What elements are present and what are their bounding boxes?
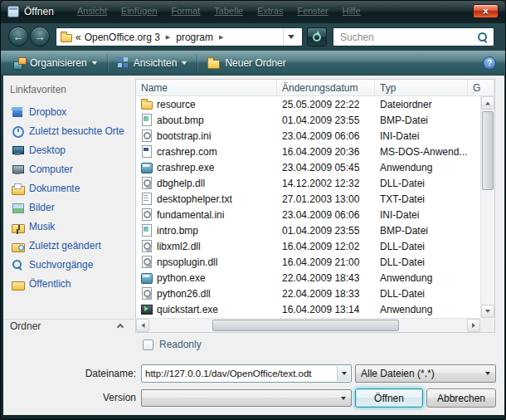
file-row[interactable]: libxml2.dll16.04.2009 12:02DLL-Datei: [136, 238, 480, 254]
close-button[interactable]: ×: [473, 4, 499, 18]
file-row[interactable]: npsoplugin.dll16.04.2009 21:00DLL-Datei: [136, 254, 480, 270]
folders-expander[interactable]: Ordner: [3, 319, 134, 333]
file-name: python.exe: [157, 272, 206, 284]
sidebar-item-searches[interactable]: Suchvorgänge: [3, 255, 134, 274]
filename-combobox[interactable]: http://127.0.0.1/dav/OpenOffice/text.odt: [141, 364, 352, 383]
sidebar-item-recent-changed[interactable]: Zuletzt geändert: [3, 236, 134, 255]
vertical-scroll-thumb[interactable]: [482, 111, 494, 190]
column-header-date[interactable]: Änderungsdatum: [277, 80, 375, 95]
sidebar-item-computer[interactable]: Computer: [3, 159, 134, 178]
com-file-icon: [140, 145, 153, 158]
file-name: npsoplugin.dll: [157, 256, 217, 268]
file-row[interactable]: python.exe22.04.2009 18:43Anwendung: [136, 270, 480, 286]
file-name: dbghelp.dll: [157, 178, 205, 189]
horizontal-scrollbar[interactable]: [136, 318, 480, 332]
recent-places-icon: [11, 125, 24, 138]
sidebar-item-recent-places[interactable]: Zuletzt besuchte Orte: [3, 121, 134, 140]
horizontal-scroll-thumb[interactable]: [212, 320, 399, 331]
views-icon: [118, 57, 129, 68]
dll-file-icon: [140, 256, 153, 268]
chevron-right-icon[interactable]: [217, 34, 226, 41]
filename-value[interactable]: http://127.0.0.1/dav/OpenOffice/text.odt: [145, 365, 335, 382]
file-date: 23.04.2009 06:06: [277, 209, 375, 221]
file-row[interactable]: crashrep.com16.04.2009 20:36MS-DOS-Anwen…: [136, 144, 480, 159]
vertical-scrollbar[interactable]: [480, 96, 494, 318]
dll-file-icon: [140, 287, 153, 300]
new-folder-button[interactable]: Neuer Ordner: [200, 54, 293, 72]
folder-file-icon: [140, 98, 153, 110]
file-row[interactable]: desktophelper.txt27.01.2003 13:00TXT-Dat…: [136, 191, 480, 207]
refresh-button[interactable]: [307, 27, 327, 46]
titlebar[interactable]: Öffnen AnsichtEinfügenFormatTabelleExtra…: [1, 1, 505, 23]
scroll-left-button[interactable]: [136, 319, 149, 332]
bmp-file-icon: [140, 114, 153, 126]
desktop-icon: [11, 144, 24, 157]
filetype-value: Alle Dateien (*.*): [361, 365, 480, 382]
breadcrumb-overflow[interactable]: «: [75, 32, 81, 43]
file-date: 23.04.2009 06:06: [277, 130, 375, 142]
file-type: MS-DOS-Anwend...: [375, 146, 468, 158]
readonly-option[interactable]: Readonly: [143, 339, 202, 350]
file-name: python26.dll: [157, 288, 211, 300]
file-row[interactable]: crashrep.exe23.04.2009 05:45Anwendung: [136, 159, 480, 175]
scroll-down-button[interactable]: [481, 305, 494, 318]
address-bar[interactable]: « OpenOffice.org 3 program: [56, 27, 303, 46]
file-row[interactable]: intro.bmp01.04.2009 23:55BMP-Datei: [136, 222, 480, 238]
open-button[interactable]: Öffnen: [355, 388, 423, 408]
navigation-bar: ← → « OpenOffice.org 3 program: [1, 23, 505, 51]
command-toolbar: Organisieren Ansichten Neuer Ordner ?: [1, 51, 505, 76]
cancel-button[interactable]: Abbrechen: [426, 388, 496, 408]
sidebar-item-label: Zuletzt geändert: [29, 240, 101, 252]
computer-icon: [11, 163, 24, 176]
organize-button[interactable]: Organisieren: [6, 54, 105, 72]
readonly-label: Readonly: [159, 339, 202, 350]
sidebar-item-desktop[interactable]: Desktop: [3, 140, 134, 159]
filename-dropdown-button[interactable]: [337, 366, 350, 381]
file-name: about.bmp: [157, 115, 204, 126]
breadcrumb-item[interactable]: OpenOffice.org 3: [85, 32, 160, 43]
file-row[interactable]: quickstart.exe16.04.2009 13:14Anwendung: [136, 301, 480, 317]
breadcrumb-item[interactable]: program: [176, 32, 213, 43]
help-icon: ?: [487, 59, 492, 68]
filetype-dropdown[interactable]: Alle Dateien (*.*): [355, 364, 496, 383]
searches-icon: [11, 258, 24, 271]
sidebar-item-public[interactable]: Öffentlich: [3, 274, 134, 293]
back-button[interactable]: ←: [8, 27, 28, 46]
dialog-icon: [7, 6, 19, 17]
views-label: Ansichten: [134, 57, 178, 69]
file-type: DLL-Datei: [375, 256, 468, 268]
version-dropdown[interactable]: [141, 389, 352, 407]
search-box[interactable]: [333, 27, 494, 46]
scroll-up-button[interactable]: [481, 96, 494, 110]
sidebar-item-pictures[interactable]: Bilder: [3, 198, 134, 217]
sidebar-item-dropbox[interactable]: Dropbox: [3, 102, 134, 121]
scroll-right-button[interactable]: [467, 319, 480, 332]
column-header-type[interactable]: Typ: [375, 80, 468, 95]
file-type: Anwendung: [375, 162, 468, 173]
file-name: crashrep.com: [157, 146, 217, 158]
file-type: Dateiordner: [375, 99, 468, 110]
file-row[interactable]: bootstrap.ini23.04.2009 06:06INI-Datei: [136, 128, 480, 144]
views-button[interactable]: Ansichten: [110, 54, 195, 72]
file-row[interactable]: fundamental.ini23.04.2009 06:06INI-Datei: [136, 207, 480, 222]
column-header-name[interactable]: Name: [136, 80, 277, 95]
music-icon: [11, 220, 24, 233]
readonly-checkbox[interactable]: [143, 339, 153, 350]
search-input[interactable]: [338, 31, 477, 44]
version-label: Version: [3, 389, 136, 407]
file-row[interactable]: about.bmp01.04.2009 23:55BMP-Datei: [136, 112, 480, 128]
file-row[interactable]: python26.dll22.04.2009 18:33DLL-Datei: [136, 286, 480, 301]
favorites-heading: Linkfavoriten: [10, 84, 66, 95]
file-row[interactable]: resource25.05.2009 22:22Dateiordner: [136, 96, 480, 112]
help-button[interactable]: ?: [483, 56, 496, 70]
documents-icon: [11, 182, 24, 195]
address-dropdown-button[interactable]: [283, 28, 299, 46]
column-header-size[interactable]: G: [468, 80, 494, 95]
sidebar-item-documents[interactable]: Dokumente: [3, 178, 134, 198]
sidebar-item-music[interactable]: Musik: [3, 217, 134, 236]
chevron-right-icon[interactable]: [163, 34, 173, 41]
new-folder-icon: [207, 57, 220, 68]
file-type: BMP-Datei: [375, 225, 468, 237]
file-row[interactable]: dbghelp.dll14.12.2002 12:32DLL-Datei: [136, 175, 480, 191]
forward-button[interactable]: →: [30, 27, 50, 46]
